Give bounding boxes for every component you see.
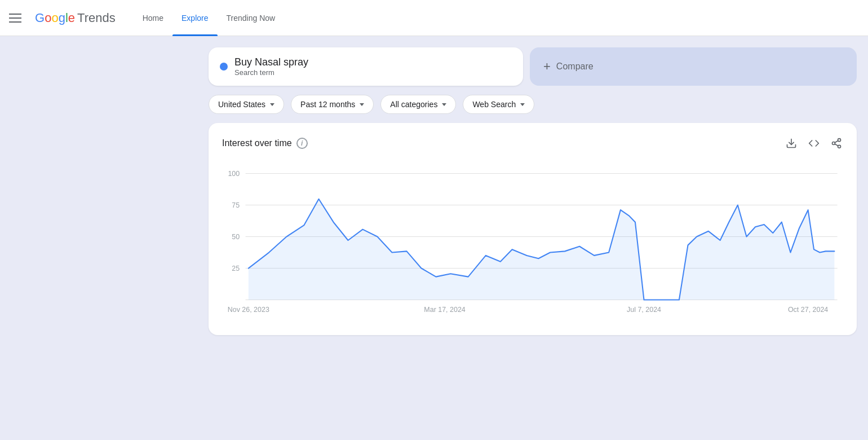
menu-icon[interactable] bbox=[9, 14, 21, 23]
filter-location-label: United States bbox=[218, 100, 265, 109]
svg-line-5 bbox=[835, 140, 838, 142]
share-icon[interactable] bbox=[830, 137, 843, 150]
chevron-down-icon bbox=[520, 103, 525, 106]
search-term-type: Search term bbox=[234, 68, 512, 77]
filter-search-type[interactable]: Web Search bbox=[463, 95, 534, 114]
google-wordmark: Google bbox=[35, 11, 75, 25]
header: Google Trends Home Explore Trending Now bbox=[0, 0, 868, 36]
search-dot bbox=[220, 63, 228, 71]
chart-title: Interest over time bbox=[222, 138, 292, 148]
svg-text:25: 25 bbox=[232, 265, 240, 272]
chart-header: Interest over time i bbox=[222, 137, 843, 150]
logo: Google Trends bbox=[35, 11, 116, 25]
chevron-down-icon bbox=[442, 103, 446, 106]
nav-item-home[interactable]: Home bbox=[134, 0, 172, 36]
main-content: Buy Nasal spray Search term + Compare Un… bbox=[0, 36, 868, 346]
compare-box[interactable]: + Compare bbox=[530, 47, 857, 86]
filter-category-label: All categories bbox=[390, 100, 437, 109]
nav-item-trending-now[interactable]: Trending Now bbox=[218, 0, 285, 36]
search-term-name: Buy Nasal spray bbox=[234, 56, 512, 68]
help-icon[interactable]: i bbox=[296, 138, 308, 149]
svg-text:Oct 27, 2024: Oct 27, 2024 bbox=[788, 306, 828, 314]
compare-label: Compare bbox=[556, 61, 594, 72]
svg-text:75: 75 bbox=[232, 201, 240, 209]
compare-plus-icon: + bbox=[543, 59, 551, 74]
filter-row: United States Past 12 months All categor… bbox=[209, 95, 868, 114]
main-nav: Home Explore Trending Now bbox=[134, 0, 284, 36]
chart-title-row: Interest over time i bbox=[222, 138, 308, 149]
chart-actions bbox=[785, 137, 843, 150]
svg-text:50: 50 bbox=[232, 233, 240, 241]
svg-text:Nov 26, 2023: Nov 26, 2023 bbox=[228, 306, 269, 314]
svg-text:Jul 7, 2024: Jul 7, 2024 bbox=[627, 306, 661, 314]
search-box: Buy Nasal spray Search term bbox=[209, 47, 523, 86]
svg-text:Mar 17, 2024: Mar 17, 2024 bbox=[424, 306, 465, 314]
embed-icon[interactable] bbox=[807, 137, 821, 150]
download-icon[interactable] bbox=[785, 137, 798, 150]
filter-time-label: Past 12 months bbox=[300, 100, 355, 109]
svg-line-4 bbox=[835, 144, 838, 146]
filter-category[interactable]: All categories bbox=[380, 95, 456, 114]
svg-text:100: 100 bbox=[228, 170, 240, 178]
search-text: Buy Nasal spray Search term bbox=[234, 56, 512, 77]
chart-card: Interest over time i bbox=[209, 123, 857, 335]
filter-location[interactable]: United States bbox=[209, 95, 284, 114]
interest-over-time-chart: 100 75 50 25 Nov 26, 2023 Mar 17, 2024 J… bbox=[222, 161, 843, 319]
chevron-down-icon bbox=[270, 103, 274, 106]
filter-search-type-label: Web Search bbox=[472, 100, 516, 109]
chevron-down-icon bbox=[360, 103, 364, 106]
search-row: Buy Nasal spray Search term + Compare bbox=[209, 47, 868, 86]
nav-item-explore[interactable]: Explore bbox=[172, 0, 217, 36]
chart-container: 100 75 50 25 Nov 26, 2023 Mar 17, 2024 J… bbox=[222, 161, 843, 322]
filter-time[interactable]: Past 12 months bbox=[291, 95, 374, 114]
trends-wordmark: Trends bbox=[77, 11, 116, 25]
